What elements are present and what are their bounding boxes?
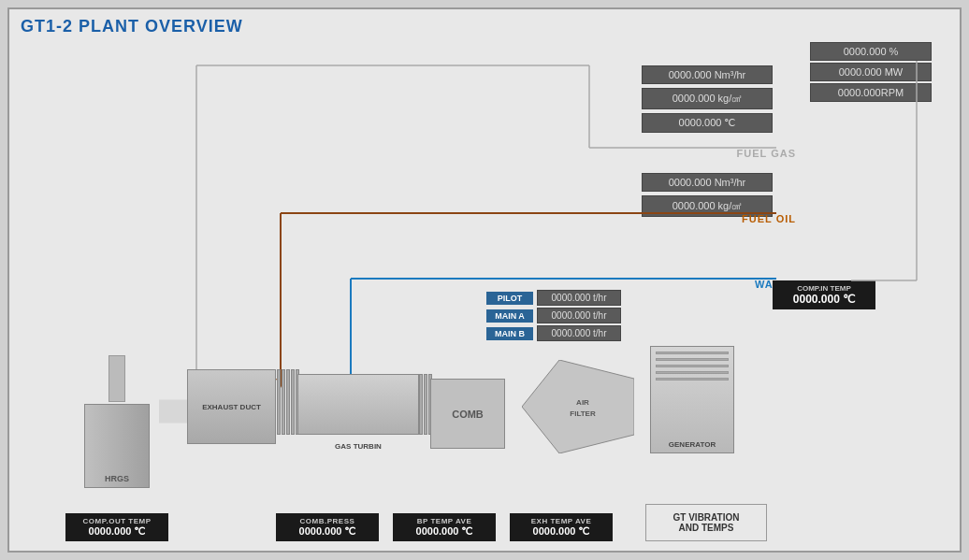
exh-temp-label: EXH TEMP AVE	[517, 517, 605, 525]
stack-pipe	[108, 355, 125, 402]
main-b-label: MAIN B	[486, 327, 533, 340]
gen-stripe	[656, 358, 729, 361]
gas-turbine-label: GAS TURBIN	[335, 442, 382, 451]
mw-box: 0000.000 MW	[810, 63, 932, 81]
water-panel: PILOT 0000.000 t/hr MAIN A 0000.000 t/hr…	[486, 290, 621, 341]
main-a-label: MAIN A	[486, 309, 533, 323]
bp-temp-label: BP TEMP AVE	[400, 517, 488, 525]
generator-label: GENERATOR	[669, 440, 716, 452]
percent-box: 0000.000 %	[810, 42, 932, 61]
fuel-gas-flow1: 0000.000 Nm³/hr	[642, 65, 773, 84]
generator: GENERATOR	[650, 346, 734, 453]
svg-text:FILTER: FILTER	[570, 409, 596, 418]
slat-1	[277, 369, 281, 435]
comp-out-value: 0000.000 ℃	[73, 525, 161, 538]
comb-press-value: 0000.000 ℃	[283, 525, 371, 538]
gt-vibration-line1: GT VIBRATION	[658, 512, 755, 523]
hrgs-body: HRGS	[84, 404, 150, 488]
slat-r2	[424, 374, 427, 435]
exh-temp-box: EXH TEMP AVE 0000.000 ℃	[510, 513, 613, 541]
slat-3	[286, 369, 290, 435]
gas-turbine: GAS TURBIN	[297, 374, 419, 435]
fuel-gas-panel: 0000.000 Nm³/hr 0000.000 kg/㎠ 0000.000 ℃	[642, 65, 773, 135]
rpm-box: 0000.000RPM	[810, 83, 932, 102]
main-panel: GT1-2 PLANT OVERVIEW 0000.000 % 0000.000…	[7, 7, 962, 553]
exhaust-duct-label: EXHAUST DUCT	[202, 403, 261, 411]
fuel-oil-label: FUEL OIL	[742, 213, 796, 224]
fuel-oil-flow1: 0000.000 Nm³/hr	[642, 173, 773, 192]
slat-2	[282, 369, 285, 435]
gt-vibration-box: GT VIBRATION AND TEMPS	[645, 504, 767, 541]
bp-temp-box: BP TEMP AVE 0000.000 ℃	[393, 513, 496, 541]
slat-4	[291, 369, 295, 435]
exhaust-slats	[277, 369, 299, 435]
main-b-value: 0000.000 t/hr	[537, 325, 621, 341]
comp-in-temp-label: COMP.IN TEMP	[782, 284, 866, 293]
hrgs-label: HRGS	[105, 474, 129, 487]
gt-vibration-line2: AND TEMPS	[658, 523, 755, 533]
fuel-oil-panel: 0000.000 Nm³/hr 0000.000 kg/㎠	[642, 173, 773, 219]
fuel-gas-label: FUEL GAS	[737, 148, 796, 159]
comb-box: COMB	[430, 379, 505, 449]
page-title: GT1-2 PLANT OVERVIEW	[9, 9, 960, 44]
comp-out-label: COMP.OUT TEMP	[73, 517, 161, 525]
equipment-area: HRGS EXHAUST DUCT GAS TURBIN COMB	[65, 355, 941, 505]
gen-stripe	[656, 365, 729, 367]
exh-temp-value: 0000.000 ℃	[517, 525, 605, 538]
bottom-boxes: COMP.OUT TEMP 0000.000 ℃ COMB.PRESS 0000…	[65, 504, 950, 541]
slat-r1	[419, 374, 423, 435]
pilot-label: PILOT	[486, 292, 533, 305]
exhaust-duct: EXHAUST DUCT	[187, 369, 276, 444]
pilot-row: PILOT 0000.000 t/hr	[486, 290, 621, 306]
svg-marker-19	[522, 360, 634, 453]
air-filter-svg: AIR FILTER	[522, 360, 634, 453]
main-b-row: MAIN B 0000.000 t/hr	[486, 325, 621, 341]
gen-stripe	[656, 378, 729, 381]
comb-label: COMB	[452, 409, 484, 420]
main-a-row: MAIN A 0000.000 t/hr	[486, 308, 621, 323]
bp-temp-value: 0000.000 ℃	[400, 525, 488, 538]
comb-press-label: COMB.PRESS	[283, 517, 371, 525]
comp-in-temp-box: COMP.IN TEMP 0000.000 ℃	[773, 280, 875, 309]
gen-stripe	[656, 371, 729, 374]
svg-text:AIR: AIR	[576, 398, 589, 407]
fuel-gas-temp: 0000.000 ℃	[642, 113, 773, 133]
gen-stripe	[656, 352, 729, 354]
main-a-value: 0000.000 t/hr	[537, 308, 621, 323]
fuel-gas-flow2: 0000.000 kg/㎠	[642, 88, 773, 109]
comp-in-temp-value: 0000.000 ℃	[782, 293, 866, 306]
pilot-value: 0000.000 t/hr	[537, 290, 621, 306]
comp-out-box: COMP.OUT TEMP 0000.000 ℃	[65, 513, 168, 541]
top-right-panel: 0000.000 % 0000.000 MW 0000.000RPM	[810, 42, 932, 102]
hrgs-stack: HRGS	[84, 355, 150, 488]
gen-stripes	[656, 352, 729, 381]
comb-press-box: COMB.PRESS 0000.000 ℃	[276, 513, 379, 541]
air-filter-container: AIR FILTER	[522, 360, 634, 453]
